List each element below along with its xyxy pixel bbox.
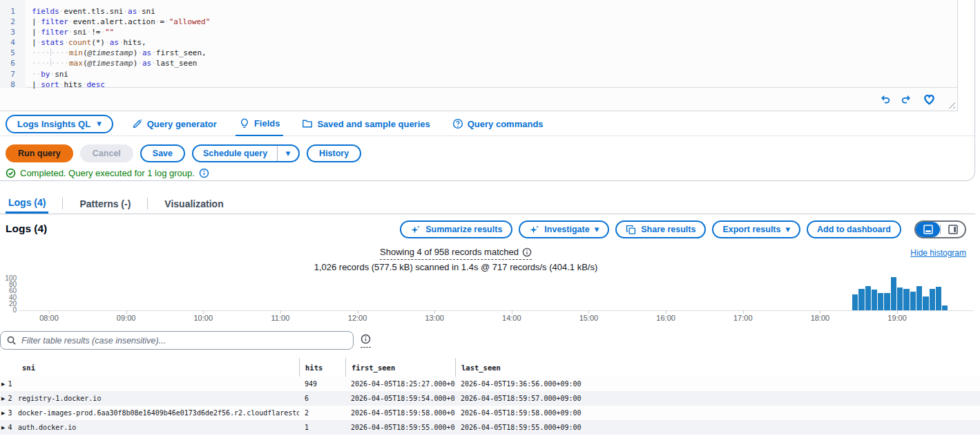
table-body: ▶19492026-04-05T18:25:27.000+0…2026-04-0… bbox=[0, 377, 980, 435]
editor-nav-tabs: Query generatorFieldsSaved and sample qu… bbox=[128, 112, 562, 136]
histogram-bar[interactable] bbox=[936, 287, 941, 311]
query-language-label: Logs Insights QL bbox=[17, 119, 90, 129]
hide-histogram-link[interactable]: Hide histogram bbox=[910, 248, 966, 258]
histogram-bar[interactable] bbox=[865, 286, 871, 310]
expand-row-icon[interactable]: ▶ bbox=[1, 381, 5, 387]
histogram-bar[interactable] bbox=[897, 288, 903, 310]
x-axis-label: 17:00 bbox=[733, 314, 753, 322]
table-row[interactable]: ▶19492026-04-05T18:25:27.000+0…2026-04-0… bbox=[0, 377, 980, 391]
editor-code-area[interactable]: fields·event.tls.sni·as·sni|·filter·even… bbox=[26, 0, 957, 88]
run-query-button[interactable]: Run query bbox=[6, 144, 73, 162]
x-axis-label: 13:00 bbox=[425, 314, 444, 322]
nav-label: Fields bbox=[254, 118, 280, 129]
column-header-first-seen[interactable]: first_seen bbox=[345, 358, 455, 377]
expand-row-icon[interactable]: ▶ bbox=[1, 425, 5, 431]
undo-icon[interactable] bbox=[879, 93, 891, 105]
tab-patterns-[interactable]: Patterns (-) bbox=[77, 194, 133, 214]
layout-bottom-panel-button[interactable] bbox=[916, 222, 940, 237]
cell-last-seen: 2026-04-05T18:59:55.000+09:00 bbox=[455, 424, 980, 431]
results-heading: Logs (4) bbox=[6, 223, 47, 235]
schedule-query-split-button: Schedule query ▼ bbox=[192, 144, 300, 162]
query-status: Completed. Query executed for 1 log grou… bbox=[6, 168, 209, 178]
code-line: ········min(@timestamp)·as·first_seen, bbox=[32, 48, 957, 58]
save-button[interactable]: Save bbox=[140, 144, 185, 162]
cancel-button[interactable]: Cancel bbox=[80, 144, 133, 162]
histogram-bar[interactable] bbox=[891, 277, 896, 310]
layout-side-panel-button[interactable] bbox=[941, 222, 965, 237]
editor-nav-query-commands[interactable]: Query commands bbox=[449, 112, 547, 136]
histogram-bar[interactable] bbox=[923, 296, 928, 310]
button-label: Summarize results bbox=[425, 225, 502, 234]
x-axis-label: 09:00 bbox=[117, 314, 136, 322]
code-line: ········max(@timestamp)·as·last_seen bbox=[32, 58, 957, 68]
summarize-results-button[interactable]: Summarize results bbox=[400, 220, 512, 238]
editor-line-number: 3 bbox=[0, 27, 26, 37]
tab-visualization[interactable]: Visualization bbox=[162, 194, 226, 214]
x-axis-label: 18:00 bbox=[811, 314, 830, 322]
query-editor[interactable]: 12345678 fields·event.tls.sni·as·sni|·fi… bbox=[0, 0, 958, 111]
column-header-hits[interactable]: hits bbox=[299, 358, 345, 377]
expand-row-icon[interactable]: ▶ bbox=[1, 411, 5, 416]
query-language-selector[interactable]: Logs Insights QL ▼ bbox=[6, 115, 113, 133]
x-axis-label: 08:00 bbox=[39, 314, 59, 322]
row-number-cell: ▶4 bbox=[0, 424, 18, 431]
redo-icon[interactable] bbox=[901, 93, 912, 105]
schedule-query-dropdown[interactable]: ▼ bbox=[278, 146, 298, 161]
editor-nav-fields[interactable]: Fields bbox=[236, 112, 284, 136]
share-results-button[interactable]: Share results bbox=[615, 220, 706, 238]
x-axis-label: 10:00 bbox=[194, 314, 213, 322]
sparkle-icon bbox=[529, 225, 539, 235]
histogram-bar[interactable] bbox=[916, 286, 922, 310]
histogram-bar[interactable] bbox=[884, 293, 890, 310]
histogram-bar[interactable] bbox=[903, 289, 909, 310]
code-line: |·stats·count(*)·as·hits, bbox=[32, 37, 957, 48]
add-to-dashboard-button[interactable]: Add to dashboard bbox=[807, 220, 901, 238]
magic-pencil-icon bbox=[132, 118, 143, 129]
x-axis-label: 19:00 bbox=[887, 314, 907, 322]
schedule-query-button[interactable]: Schedule query bbox=[193, 146, 277, 161]
x-axis-label: 16:00 bbox=[656, 314, 675, 322]
history-button[interactable]: History bbox=[307, 144, 361, 162]
chevron-down-icon: ▼ bbox=[286, 151, 291, 157]
investigate-button[interactable]: Investigate▼ bbox=[519, 220, 609, 238]
cell-sni: registry-1.docker.io bbox=[18, 395, 299, 402]
filter-info-icon[interactable] bbox=[361, 334, 371, 348]
cell-first-seen: 2026-04-05T18:25:27.000+0… bbox=[345, 380, 455, 388]
code-line: |·filter·event.alert.action·=·"allowed" bbox=[32, 17, 957, 27]
row-number-cell: ▶3 bbox=[0, 409, 18, 417]
lightbulb-icon bbox=[239, 117, 250, 129]
histogram-bar[interactable] bbox=[930, 289, 935, 310]
cell-sni: auth.docker.io bbox=[18, 424, 299, 431]
table-row[interactable]: ▶3docker-images-prod.6aa30f8b08e16409b46… bbox=[0, 406, 980, 420]
nav-label: Query generator bbox=[147, 119, 217, 129]
records-matched-line: Showing 4 of 958 records matched bbox=[380, 247, 532, 260]
expand-row-icon[interactable]: ▶ bbox=[1, 396, 5, 402]
histogram-bar[interactable] bbox=[910, 292, 916, 310]
cell-hits: 949 bbox=[299, 380, 345, 388]
editor-resize-handle[interactable] bbox=[946, 100, 955, 109]
cell-sni: docker-images-prod.6aa30f8b08e16409b46e0… bbox=[18, 409, 299, 417]
copy-icon bbox=[626, 225, 636, 235]
tab-logs-4-[interactable]: Logs (4) bbox=[6, 194, 48, 214]
records-scanned-line: 1,026 records (577.5 kB) scanned in 1.4s… bbox=[0, 262, 912, 272]
editor-nav-query-generator[interactable]: Query generator bbox=[128, 112, 220, 136]
row-number-cell: ▶1 bbox=[0, 380, 18, 388]
chevron-down-icon: ▼ bbox=[97, 121, 102, 127]
histogram-bar[interactable] bbox=[852, 294, 858, 310]
table-row[interactable]: ▶2registry-1.docker.io62026-04-05T18:59:… bbox=[0, 391, 980, 406]
filter-table-input[interactable] bbox=[0, 331, 354, 350]
histogram-bar[interactable] bbox=[878, 293, 883, 310]
editor-nav-saved-and-sample-queries[interactable]: Saved and sample queries bbox=[298, 112, 433, 136]
column-header-sni[interactable]: sni bbox=[18, 358, 299, 377]
export-results-button[interactable]: Export results▼ bbox=[712, 220, 800, 238]
info-icon[interactable] bbox=[199, 168, 209, 178]
table-row[interactable]: ▶4auth.docker.io12026-04-05T18:59:55.000… bbox=[0, 420, 980, 435]
favorite-heart-icon[interactable] bbox=[922, 92, 936, 106]
histogram-bar[interactable] bbox=[872, 290, 877, 310]
histogram-bar[interactable] bbox=[942, 305, 948, 310]
info-icon[interactable] bbox=[522, 247, 532, 257]
column-header-last-seen[interactable]: last_seen bbox=[455, 358, 980, 377]
cell-first-seen: 2026-04-05T18:59:54.000+0… bbox=[345, 395, 455, 402]
editor-line-numbers: 12345678 bbox=[0, 0, 26, 88]
histogram-bar[interactable] bbox=[858, 289, 864, 310]
